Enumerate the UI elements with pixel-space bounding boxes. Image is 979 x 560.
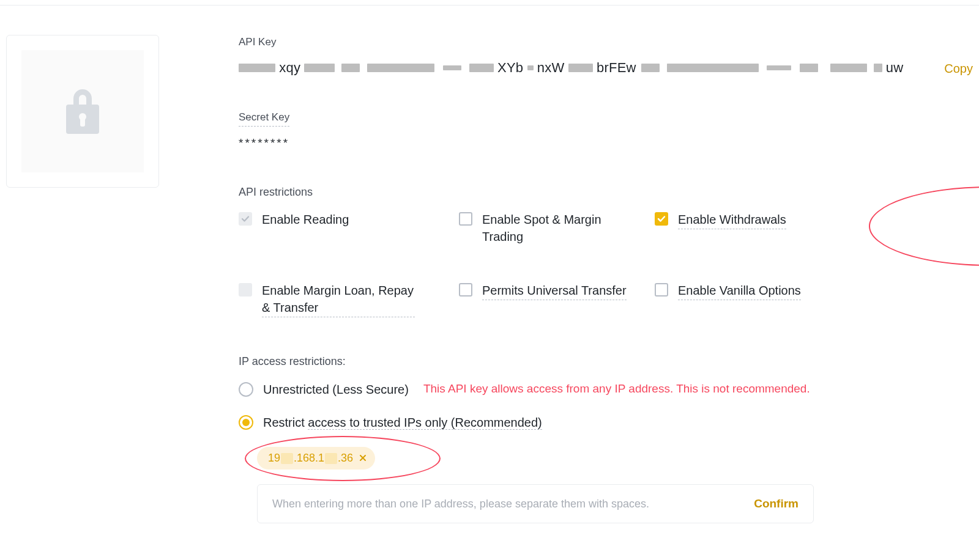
- api-restrictions-label: API restrictions: [239, 185, 973, 200]
- radio-label-unrestricted: Unrestricted (Less Secure): [263, 381, 409, 398]
- radio-unrestricted[interactable]: [239, 382, 253, 397]
- ip-chip-row: 19.168.1.36: [257, 447, 973, 470]
- perm-label-vanilla: Enable Vanilla Options: [678, 282, 801, 300]
- settings-column: API Key xqy XYb nxW brFEw: [165, 35, 973, 523]
- perm-spot-margin: Enable Spot & Margin Trading: [459, 211, 655, 245]
- ip-restrictions-label: IP access restrictions:: [239, 354, 973, 369]
- ip-chip-text: 19.168.1.36: [268, 451, 353, 466]
- perm-withdrawals: Enable Withdrawals: [655, 211, 973, 245]
- api-key-value: xqy XYb nxW brFEw uw: [239, 58, 920, 79]
- radio-restricted[interactable]: [239, 415, 253, 430]
- api-settings-panel: API Key xqy XYb nxW brFEw: [0, 35, 979, 523]
- perm-margin-loan: Enable Margin Loan, Repay & Transfer: [239, 282, 459, 317]
- ip-chip-seg1: 19: [268, 452, 280, 464]
- top-divider: [0, 5, 979, 6]
- ip-input-row: Confirm: [257, 484, 814, 524]
- ip-chip-seg2: .168.1: [294, 452, 324, 464]
- api-key-row: xqy XYb nxW brFEw uw Copy: [239, 58, 973, 79]
- radio-label-restricted-pre: Restrict: [263, 416, 308, 429]
- confirm-ip-button[interactable]: Confirm: [754, 496, 798, 512]
- checkbox-margin-loan[interactable]: [239, 283, 252, 297]
- ip-chip-remove[interactable]: [359, 454, 367, 462]
- checkbox-enable-reading[interactable]: [239, 212, 252, 226]
- ip-option-restricted: Restrict access to trusted IPs only (Rec…: [239, 414, 973, 431]
- perm-label-withdrawals: Enable Withdrawals: [678, 211, 786, 229]
- check-icon: [241, 215, 250, 223]
- check-icon: [657, 215, 666, 223]
- checkbox-withdrawals[interactable]: [655, 212, 668, 226]
- ip-restrictions-section: IP access restrictions: Unrestricted (Le…: [239, 354, 973, 523]
- perm-vanilla-options: Enable Vanilla Options: [655, 282, 973, 317]
- radio-label-restricted: Restrict access to trusted IPs only (Rec…: [263, 414, 542, 431]
- checkbox-spot-margin[interactable]: [459, 212, 472, 226]
- perm-label-margin-loan: Enable Margin Loan, Repay & Transfer: [262, 282, 415, 317]
- lock-icon: [61, 84, 104, 139]
- perm-enable-reading: Enable Reading: [239, 211, 459, 245]
- radio-label-restricted-dotted: access to trusted IPs only (Recommended): [308, 416, 542, 430]
- api-restrictions-grid: Enable Reading Enable Spot & Margin Trad…: [239, 211, 973, 317]
- ip-option-unrestricted: Unrestricted (Less Secure) This API key …: [239, 381, 973, 398]
- checkbox-universal-transfer[interactable]: [459, 283, 472, 297]
- perm-label-reading: Enable Reading: [262, 211, 349, 228]
- ip-chip: 19.168.1.36: [257, 447, 375, 470]
- copy-api-key-button[interactable]: Copy: [944, 60, 973, 77]
- close-icon: [359, 454, 367, 462]
- ip-chip-seg3: .36: [338, 452, 353, 464]
- perm-universal-transfer: Permits Universal Transfer: [459, 282, 655, 317]
- perm-label-universal: Permits Universal Transfer: [482, 282, 627, 300]
- icon-column: [6, 35, 165, 523]
- api-icon-inner: [21, 50, 144, 172]
- svg-rect-2: [80, 118, 85, 127]
- api-icon-card: [6, 35, 159, 188]
- ip-chip-mask2: [325, 453, 337, 464]
- ip-unrestricted-warning: This API key allows access from any IP a…: [423, 381, 810, 397]
- api-key-label: API Key: [239, 35, 973, 50]
- perm-label-spot: Enable Spot & Margin Trading: [482, 211, 635, 245]
- ip-chip-mask1: [281, 453, 293, 464]
- secret-key-label: Secret Key: [239, 110, 289, 127]
- ip-address-input[interactable]: [272, 498, 742, 510]
- secret-key-value: ********: [239, 135, 973, 152]
- checkbox-vanilla-options[interactable]: [655, 283, 668, 297]
